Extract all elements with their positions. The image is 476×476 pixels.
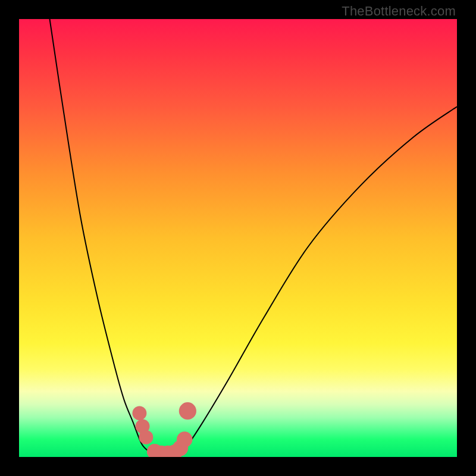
chart-frame: TheBottleneck.com	[0, 0, 476, 476]
marker-dot	[177, 431, 193, 447]
plot-area	[19, 19, 457, 457]
trough-markers	[132, 402, 196, 457]
marker-dot	[132, 406, 146, 420]
right-curve	[177, 107, 457, 457]
marker-dot	[139, 430, 153, 444]
left-curve	[50, 19, 157, 457]
curves-svg	[19, 19, 457, 457]
marker-dot	[179, 402, 196, 419]
watermark-text: TheBottleneck.com	[342, 4, 456, 19]
